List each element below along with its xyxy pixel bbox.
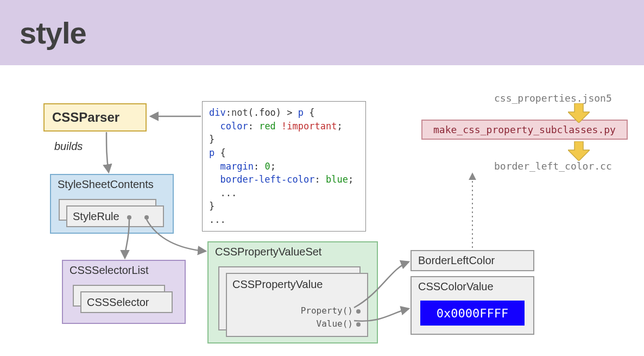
codegen-script-label: make_css_property_subclasses.py — [433, 124, 616, 135]
codegen-input: css_properties.json5 — [494, 92, 612, 104]
code-t: ; — [348, 174, 353, 185]
property-methods: Property() Value() — [301, 304, 361, 330]
color-swatch: 0x0000FFFF — [420, 301, 525, 326]
code-t: color — [209, 121, 248, 132]
node-csspropertyvalueset-label: CSSPropertyValueSet — [209, 242, 377, 261]
node-stylerule: StyleRule — [66, 205, 164, 227]
code-t: !important — [281, 121, 337, 132]
code-t — [276, 121, 281, 132]
codegen-script: make_css_property_subclasses.py — [421, 120, 628, 140]
node-csspropertyvalue-stack: CSSPropertyValue Property() Value() — [218, 266, 370, 337]
node-csspropertyvalue-label: CSSPropertyValue — [232, 278, 323, 290]
method-property: Property() — [301, 305, 353, 316]
node-stylerule-label: StyleRule — [73, 210, 119, 223]
code-t: ... — [209, 188, 237, 198]
code-t: : — [248, 121, 259, 132]
node-cssselectorlist-label: CSSSelectorList — [63, 261, 185, 280]
code-t: ; — [270, 161, 276, 172]
slide-header: style — [0, 0, 644, 65]
code-t: (.foo) — [248, 107, 281, 118]
node-cssselector-stack: CSSSelector — [73, 285, 177, 315]
stylerule-dot-2 — [144, 215, 149, 220]
node-borderleftcolor-label: BorderLeftColor — [412, 251, 533, 270]
fat-arrow-down-1 — [568, 103, 590, 123]
code-t: p — [209, 147, 214, 158]
code-t: blue — [326, 174, 348, 185]
code-t: margin — [209, 161, 254, 172]
node-cssparser: CSSParser — [43, 103, 147, 132]
node-stylesheetcontents-label: StyleSheetContents — [51, 175, 173, 194]
code-t: :not — [226, 107, 248, 118]
code-t: > — [281, 107, 298, 118]
code-t: 0 — [264, 161, 270, 172]
code-t: } — [209, 134, 214, 145]
code-t: ; — [337, 121, 342, 132]
code-t: red — [259, 121, 276, 132]
node-csspropertyvalue: CSSPropertyValue Property() Value() — [226, 273, 368, 337]
edge-label-builds: builds — [54, 140, 83, 153]
node-cssselector: CSSSelector — [80, 291, 173, 313]
stylerule-dot-1 — [127, 215, 131, 220]
fat-arrow-down-2 — [568, 141, 590, 161]
node-csscolorvalue-label: CSSColorValue — [412, 277, 533, 296]
node-borderleftcolor: BorderLeftColor — [411, 250, 534, 271]
codegen-output: border_left_color.cc — [494, 160, 612, 172]
code-t: { — [304, 107, 314, 118]
slide-title: style — [20, 15, 86, 51]
node-stylerule-stack: StyleRule — [59, 199, 163, 227]
method-value: Value() — [317, 318, 353, 329]
code-t: div — [209, 107, 226, 118]
node-cssselector-label: CSSSelector — [87, 296, 149, 309]
code-t: { — [214, 147, 225, 158]
method-property-dot — [356, 309, 361, 314]
css-source-code: div:not(.foo) > p { color: red !importan… — [202, 101, 366, 232]
code-t: : — [254, 161, 264, 172]
code-t: : — [314, 174, 325, 185]
code-t: p — [298, 107, 304, 118]
node-cssparser-label: CSSParser — [45, 104, 146, 130]
color-hex: 0x0000FFFF — [437, 307, 508, 320]
code-t: ... — [209, 214, 226, 225]
method-value-dot — [356, 322, 361, 327]
code-t: border-left-color — [209, 174, 314, 185]
code-t: } — [209, 201, 214, 211]
